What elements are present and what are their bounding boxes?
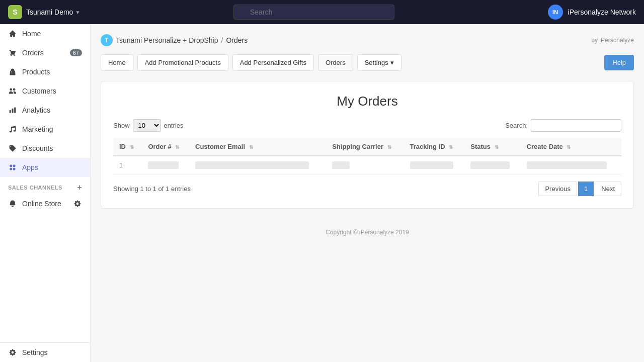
cell-order: XXXXXXX xyxy=(142,156,189,174)
shop-name-text: Tsunami Demo xyxy=(26,8,73,16)
sidebar-item-label: Settings xyxy=(22,348,48,356)
top-nav-left: S Tsunami Demo ▼ xyxy=(8,5,80,19)
subnav-settings-label: Settings xyxy=(365,59,388,66)
sidebar-item-label: Online Store xyxy=(22,200,61,208)
sidebar-item-customers[interactable]: Customers xyxy=(0,81,90,101)
show-label: Show xyxy=(113,122,130,129)
orders-table: ID ⇅ Order # ⇅ Customer Email ⇅ Shipping… xyxy=(113,138,621,174)
sort-icon: ⇅ xyxy=(495,144,499,150)
blurred-status: XXXXXXXXX xyxy=(470,161,510,169)
user-name: iPersonalyze Network xyxy=(568,8,636,16)
previous-page-button[interactable]: Previous xyxy=(538,182,577,196)
sort-icon: ⇅ xyxy=(175,144,179,150)
top-navigation: S Tsunami Demo ▼ 🔍 IN iPersonalyze Netwo… xyxy=(0,0,644,24)
breadcrumb-current-page: Orders xyxy=(226,36,248,44)
column-email[interactable]: Customer Email ⇅ xyxy=(189,138,326,156)
sidebar-item-home[interactable]: Home xyxy=(0,24,90,43)
sidebar-item-label: Discounts xyxy=(22,144,53,152)
column-date[interactable]: Create Date ⇅ xyxy=(521,138,621,156)
footer: Copyright © iPersonalyze 2019 xyxy=(101,229,634,246)
chevron-down-icon: ▾ xyxy=(390,59,394,66)
settings-icon xyxy=(8,348,17,357)
products-icon xyxy=(8,67,17,76)
blurred-email: XXXXXXXXXXXXXXXXXXXXXXXXXX xyxy=(195,161,308,169)
column-tracking[interactable]: Tracking ID ⇅ xyxy=(404,138,465,156)
search-container: 🔍 xyxy=(233,5,394,20)
table-search-input[interactable] xyxy=(531,119,621,132)
cell-carrier: XXXX xyxy=(326,156,404,174)
column-status[interactable]: Status ⇅ xyxy=(464,138,520,156)
by-text: by iPersonalyze xyxy=(591,37,634,44)
show-entries: Show 10 25 50 100 entries xyxy=(113,119,184,132)
column-status-label: Status xyxy=(470,143,491,150)
sidebar-item-label: Marketing xyxy=(22,125,53,133)
column-carrier[interactable]: Shipping Carrier ⇅ xyxy=(326,138,404,156)
subnav-orders-button[interactable]: Orders xyxy=(318,54,353,71)
column-order[interactable]: Order # ⇅ xyxy=(142,138,189,156)
sidebar-item-label: Apps xyxy=(22,163,38,171)
subnav-add-gifts-button[interactable]: Add Personalized Gifts xyxy=(232,54,314,71)
sidebar-item-analytics[interactable]: Analytics xyxy=(0,101,90,120)
column-id-label: ID xyxy=(119,143,126,150)
online-store-settings-icon[interactable] xyxy=(73,199,82,208)
top-nav-right: IN iPersonalyze Network xyxy=(548,5,636,20)
showing-text: Showing 1 to 1 of 1 entries xyxy=(113,185,191,193)
help-button[interactable]: Help xyxy=(604,55,634,70)
breadcrumb: T Tsunami Personalize + DropShip / Order… xyxy=(101,34,248,46)
subnav-home-button[interactable]: Home xyxy=(101,54,133,71)
home-icon xyxy=(8,29,17,38)
sort-icon: ⇅ xyxy=(130,144,134,150)
sort-icon: ⇅ xyxy=(567,144,571,150)
sort-icon: ⇅ xyxy=(387,144,391,150)
app-logo: T xyxy=(101,34,113,46)
blurred-carrier: XXXX xyxy=(332,161,350,169)
sidebar-item-orders[interactable]: Orders 67 xyxy=(0,43,90,62)
subnav-add-promo-button[interactable]: Add Promotional Products xyxy=(137,54,228,71)
sidebar-item-label: Analytics xyxy=(22,106,50,114)
discounts-icon xyxy=(8,144,17,153)
sidebar-item-label: Orders xyxy=(22,49,44,57)
blurred-date: XXXX-XX-X XXXXXXXXXX xyxy=(527,161,607,169)
search-entries: Search: xyxy=(505,119,621,132)
blurred-tracking: XXXXXXXXXX xyxy=(410,161,454,169)
column-date-label: Create Date xyxy=(527,143,563,150)
add-sales-channel-button[interactable]: + xyxy=(77,183,82,192)
entries-label: entries xyxy=(164,122,184,129)
sidebar-item-settings[interactable]: Settings xyxy=(0,343,90,362)
sub-navigation: Home Add Promotional Products Add Person… xyxy=(101,54,634,71)
avatar: IN xyxy=(548,5,563,20)
sort-icon: ⇅ xyxy=(249,144,253,150)
pagination-bar: Showing 1 to 1 of 1 entries Previous 1 N… xyxy=(113,182,621,196)
entries-per-page-select[interactable]: 10 25 50 100 xyxy=(133,119,161,132)
sort-icon: ⇅ xyxy=(449,144,453,150)
sidebar-item-discounts[interactable]: Discounts xyxy=(0,139,90,158)
table-header: ID ⇅ Order # ⇅ Customer Email ⇅ Shipping… xyxy=(113,138,621,156)
sales-channels-label: SALES CHANNELS xyxy=(8,185,62,191)
sidebar-item-label: Home xyxy=(22,30,41,38)
shop-logo: S xyxy=(8,5,22,19)
column-order-label: Order # xyxy=(148,143,171,150)
table-controls: Show 10 25 50 100 entries Search: xyxy=(113,119,621,132)
sidebar-bottom: Settings xyxy=(0,342,90,362)
orders-icon xyxy=(8,48,17,57)
cell-tracking: XXXXXXXXXX xyxy=(404,156,465,174)
online-store-icon xyxy=(8,199,17,208)
sidebar-item-online-store[interactable]: Online Store xyxy=(0,194,90,213)
cell-email: XXXXXXXXXXXXXXXXXXXXXXXXXX xyxy=(189,156,326,174)
breadcrumb-app-name: Tsunami Personalize + DropShip xyxy=(116,36,218,44)
sidebar-item-apps[interactable]: Apps xyxy=(0,158,90,177)
orders-title: My Orders xyxy=(113,94,621,109)
apps-icon xyxy=(8,163,17,172)
sidebar-item-marketing[interactable]: Marketing xyxy=(0,120,90,139)
next-page-button[interactable]: Next xyxy=(595,182,621,196)
sidebar-section-sales-channels: SALES CHANNELS + xyxy=(0,177,90,194)
customers-icon xyxy=(8,86,17,96)
global-search-input[interactable] xyxy=(233,5,394,20)
column-id[interactable]: ID ⇅ xyxy=(113,138,142,156)
subnav-settings-button[interactable]: Settings ▾ xyxy=(357,54,401,71)
shop-name-dropdown[interactable]: Tsunami Demo ▼ xyxy=(26,8,80,16)
marketing-icon xyxy=(8,125,17,134)
sidebar-item-products[interactable]: Products xyxy=(0,62,90,81)
page-1-button[interactable]: 1 xyxy=(578,182,594,196)
table-row: 1 XXXXXXX XXXXXXXXXXXXXXXXXXXXXXXXXX XXX… xyxy=(113,156,621,174)
